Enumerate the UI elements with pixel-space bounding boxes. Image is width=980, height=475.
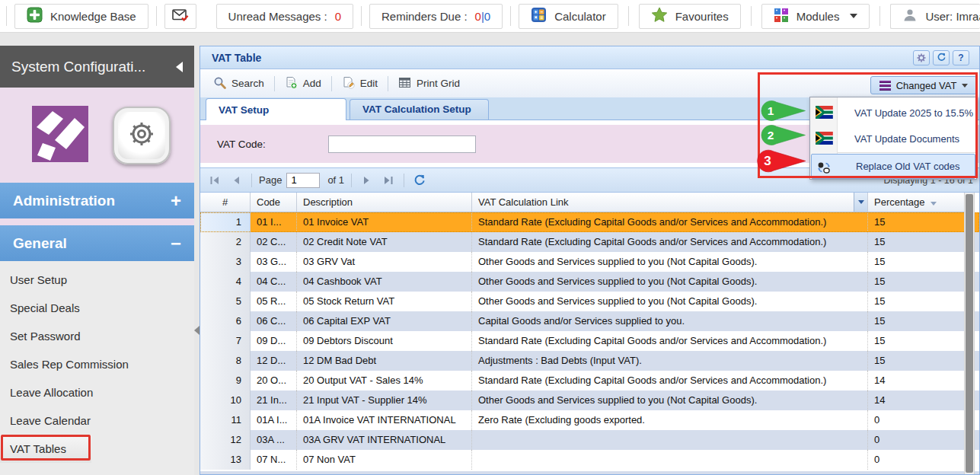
- modules-button[interactable]: Modules: [761, 4, 870, 29]
- tab-vat-calculation-setup[interactable]: VAT Calculation Setup: [350, 99, 489, 120]
- messages-button[interactable]: [164, 4, 196, 29]
- cell-percentage: 15: [868, 331, 968, 351]
- sidebar-section-administration[interactable]: Administration +: [0, 183, 194, 218]
- user-button[interactable]: User: Imraan Isma: [890, 4, 980, 29]
- knowledge-base-button[interactable]: Knowledge Base: [14, 4, 148, 29]
- table-row[interactable]: 11 01A I... 01A Invoice VAT INTERNATIONA…: [200, 410, 979, 430]
- sidebar-item-special-deals[interactable]: Special Deals: [0, 294, 194, 322]
- sidebar-item-leave-calendar[interactable]: Leave Calendar: [0, 406, 194, 435]
- sidebar-section-general[interactable]: General −: [0, 225, 194, 261]
- cell-percentage: 0: [868, 450, 968, 470]
- menu-item-vat-update-2025[interactable]: VAT Update 2025 to 15.5%: [810, 100, 976, 126]
- cell-row-number: 4: [200, 272, 251, 292]
- cell-description: 21 Input VAT - Supplier 14%: [297, 391, 472, 410]
- sidebar-item-sales-rep-commission[interactable]: Sales Rep Commission: [0, 350, 194, 378]
- search-button[interactable]: Search: [208, 74, 270, 94]
- column-header-percentage[interactable]: Percentage: [868, 193, 968, 212]
- cell-row-number: 13: [200, 450, 251, 470]
- table-row[interactable]: 3 03 G... 03 GRV Vat Other Goods and Ser…: [200, 252, 979, 272]
- settings-gear-button[interactable]: [113, 107, 171, 164]
- next-page-button[interactable]: [359, 172, 375, 189]
- scrollbar-thumb[interactable]: [966, 194, 973, 473]
- vat-code-input[interactable]: [328, 135, 476, 153]
- knowledge-base-plus-icon: [27, 7, 43, 25]
- changed-vat-dropdown-button[interactable]: Changed VAT: [870, 76, 977, 94]
- table-row[interactable]: 4 04 C... 04 Cashbook VAT Other Goods an…: [200, 272, 979, 292]
- column-header-vat-calculation-link[interactable]: VAT Calculation Link: [472, 193, 868, 212]
- cell-code: 20 O...: [251, 371, 297, 391]
- column-header-description[interactable]: Description: [297, 193, 472, 212]
- cell-vat-calculation-link: Other Goods and Services supplied to you…: [472, 391, 868, 410]
- cell-percentage: 15: [868, 232, 968, 252]
- sidebar-item-set-password[interactable]: Set Password: [0, 322, 194, 350]
- toolbar-separator: [510, 6, 511, 26]
- toolbar-separator: [388, 76, 388, 91]
- table-row[interactable]: 1 01 I... 01 Invoice VAT Standard Rate (…: [200, 212, 979, 232]
- search-label: Search: [231, 78, 264, 89]
- refresh-button[interactable]: [933, 50, 950, 65]
- reminders-count-2: 0: [484, 10, 490, 23]
- cell-row-number: 8: [200, 351, 251, 371]
- table-row[interactable]: 8 12 D... 12 DM Bad Debt Adjustments : B…: [200, 351, 979, 371]
- sidebar-item-user-setup[interactable]: User Setup: [0, 266, 194, 294]
- column-menu-trigger[interactable]: [854, 193, 867, 212]
- cell-row-number: 5: [200, 292, 251, 311]
- sidebar-item-label: Leave Allocation: [10, 386, 93, 399]
- gear-button[interactable]: [913, 50, 930, 65]
- refresh-icon: [937, 53, 946, 62]
- cell-vat-calculation-link: Capital Goods and/or Services supplied t…: [472, 311, 868, 331]
- table-row[interactable]: 7 09 D... 09 Debtors Discount Standard R…: [200, 331, 979, 351]
- menu-item-label: VAT Update 2025 to 15.5%: [854, 107, 973, 119]
- settings-gear-icon: [125, 117, 158, 154]
- unread-messages-count: 0: [335, 10, 341, 23]
- table-row[interactable]: 9 20 O... 20 Output VAT - Sales 14% Stan…: [200, 371, 979, 391]
- help-button[interactable]: ?: [953, 50, 969, 65]
- cell-percentage: 0: [868, 410, 968, 430]
- column-header-number[interactable]: #: [200, 193, 251, 212]
- page-number-input[interactable]: [286, 173, 320, 188]
- unread-messages-button[interactable]: Unread Messages : 0: [216, 4, 353, 29]
- refresh-icon: [413, 174, 426, 186]
- menu-item-replace-old-vat-codes[interactable]: Replace Old VAT codes: [811, 154, 975, 179]
- app-logo: [32, 106, 88, 165]
- first-page-button[interactable]: [206, 172, 223, 189]
- expand-icon[interactable]: +: [171, 192, 181, 210]
- star-icon: [651, 7, 668, 25]
- gear-icon: [917, 53, 926, 62]
- sidebar-item-leave-allocation[interactable]: Leave Allocation: [0, 378, 194, 406]
- sidebar-header[interactable]: System Configurati...: [0, 46, 194, 88]
- column-header-code[interactable]: Code: [251, 193, 297, 212]
- refresh-grid-button[interactable]: [411, 172, 428, 189]
- sidebar-collapse-icon[interactable]: [176, 62, 183, 72]
- cell-description: 04 Cashbook VAT: [297, 272, 472, 292]
- vertical-scrollbar[interactable]: [964, 193, 975, 474]
- print-grid-button[interactable]: Print Grid: [393, 74, 465, 94]
- favourites-button[interactable]: Favourites: [639, 4, 741, 29]
- menu-item-vat-update-documents[interactable]: VAT Update Documents: [810, 126, 976, 151]
- table-row[interactable]: 13 07 N... 07 Non VAT 0: [200, 450, 979, 470]
- previous-page-button[interactable]: [228, 172, 244, 189]
- table-row[interactable]: 12 03A ... 03A GRV VAT INTERNATIONAL 0: [200, 430, 979, 450]
- cell-row-number: 1: [200, 212, 251, 232]
- tab-vat-setup[interactable]: VAT Setup: [206, 98, 346, 120]
- help-icon: ?: [958, 53, 963, 63]
- edit-button[interactable]: Edit: [337, 74, 383, 94]
- cell-percentage: 14: [868, 391, 968, 410]
- sidebar-item-vat-tables[interactable]: VAT Tables: [0, 435, 91, 463]
- calculator-button[interactable]: Calculator: [519, 4, 618, 29]
- reminders-count-1: 0: [475, 10, 481, 23]
- reminders-due-button[interactable]: Reminders Due : 0 | 0: [369, 4, 503, 29]
- table-row[interactable]: 5 05 R... 05 Stock Return VAT Other Good…: [200, 292, 979, 311]
- table-row[interactable]: 6 06 C... 06 Capital EXP VAT Capital Goo…: [200, 311, 979, 331]
- user-label: User: Imraan Isma: [925, 10, 980, 23]
- panel-collapse-handle-icon[interactable]: [194, 326, 200, 335]
- cell-code: 02 C...: [251, 232, 297, 252]
- changed-vat-label: Changed VAT: [896, 80, 957, 91]
- grid-toolbar: Search Add Edit Print Grid: [200, 69, 979, 97]
- add-button[interactable]: Add: [279, 74, 327, 94]
- last-page-button[interactable]: [380, 172, 397, 189]
- collapse-icon[interactable]: −: [171, 234, 181, 253]
- cell-vat-calculation-link: [472, 430, 868, 450]
- table-row[interactable]: 10 21 In... 21 Input VAT - Supplier 14% …: [200, 391, 979, 410]
- table-row[interactable]: 2 02 C... 02 Credit Note VAT Standard Ra…: [200, 232, 979, 252]
